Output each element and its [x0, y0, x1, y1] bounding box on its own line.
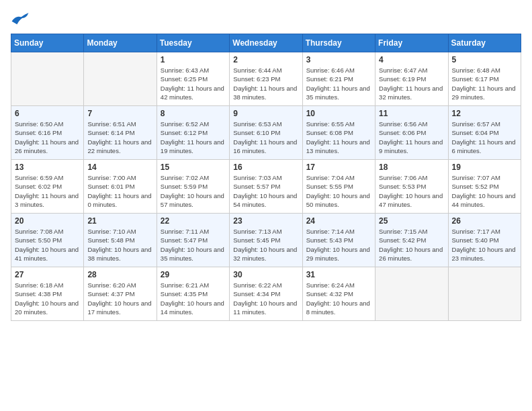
logo-bird-icon — [11, 11, 30, 26]
day-number: 29 — [161, 270, 226, 279]
page-header — [11, 11, 521, 26]
day-number: 24 — [306, 216, 371, 226]
calendar-cell: 7Sunrise: 6:51 AM Sunset: 6:14 PM Daylig… — [84, 106, 157, 160]
col-header-tuesday: Tuesday — [157, 34, 229, 52]
day-info: Sunrise: 7:06 AM Sunset: 5:53 PM Dayligh… — [379, 173, 444, 209]
calendar-cell: 4Sunrise: 6:47 AM Sunset: 6:19 PM Daylig… — [375, 52, 448, 106]
calendar-cell: 27Sunrise: 6:18 AM Sunset: 4:38 PM Dayli… — [11, 267, 84, 321]
day-info: Sunrise: 6:56 AM Sunset: 6:06 PM Dayligh… — [379, 120, 444, 155]
day-info: Sunrise: 6:48 AM Sunset: 6:17 PM Dayligh… — [452, 66, 517, 101]
calendar-cell: 22Sunrise: 7:11 AM Sunset: 5:47 PM Dayli… — [157, 214, 229, 267]
day-number: 8 — [161, 109, 226, 118]
day-info: Sunrise: 7:14 AM Sunset: 5:43 PM Dayligh… — [306, 227, 371, 263]
day-number: 10 — [306, 109, 371, 118]
day-number: 2 — [233, 55, 298, 64]
day-number: 3 — [306, 55, 371, 64]
col-header-saturday: Saturday — [448, 34, 521, 52]
calendar-table: SundayMondayTuesdayWednesdayThursdayFrid… — [11, 34, 521, 321]
calendar-cell: 23Sunrise: 7:13 AM Sunset: 5:45 PM Dayli… — [230, 214, 302, 267]
col-header-monday: Monday — [84, 34, 157, 52]
calendar-cell: 20Sunrise: 7:08 AM Sunset: 5:50 PM Dayli… — [11, 214, 84, 267]
day-number: 25 — [379, 216, 444, 226]
day-info: Sunrise: 7:11 AM Sunset: 5:47 PM Dayligh… — [161, 227, 226, 263]
day-info: Sunrise: 7:04 AM Sunset: 5:55 PM Dayligh… — [306, 173, 371, 209]
calendar-cell — [11, 52, 84, 106]
day-info: Sunrise: 7:02 AM Sunset: 5:59 PM Dayligh… — [161, 173, 226, 209]
calendar-cell: 1Sunrise: 6:43 AM Sunset: 6:25 PM Daylig… — [157, 52, 229, 106]
day-info: Sunrise: 6:47 AM Sunset: 6:19 PM Dayligh… — [379, 66, 444, 101]
day-number: 14 — [87, 163, 152, 172]
calendar-cell: 21Sunrise: 7:10 AM Sunset: 5:48 PM Dayli… — [84, 214, 157, 267]
week-row-5: 27Sunrise: 6:18 AM Sunset: 4:38 PM Dayli… — [11, 267, 521, 321]
calendar-cell: 13Sunrise: 6:59 AM Sunset: 6:02 PM Dayli… — [11, 160, 84, 214]
day-info: Sunrise: 7:17 AM Sunset: 5:40 PM Dayligh… — [452, 227, 517, 263]
calendar-cell: 9Sunrise: 6:53 AM Sunset: 6:10 PM Daylig… — [230, 106, 302, 160]
day-number: 11 — [379, 109, 444, 118]
day-number: 16 — [233, 163, 298, 172]
col-header-sunday: Sunday — [11, 34, 84, 52]
day-info: Sunrise: 7:03 AM Sunset: 5:57 PM Dayligh… — [233, 173, 298, 209]
logo — [11, 11, 32, 26]
calendar-cell: 6Sunrise: 6:50 AM Sunset: 6:16 PM Daylig… — [11, 106, 84, 160]
calendar-cell — [448, 267, 521, 321]
calendar-cell: 18Sunrise: 7:06 AM Sunset: 5:53 PM Dayli… — [375, 160, 448, 214]
day-number: 15 — [161, 163, 226, 172]
day-info: Sunrise: 6:55 AM Sunset: 6:08 PM Dayligh… — [306, 120, 371, 155]
day-number: 19 — [452, 163, 517, 172]
week-row-2: 6Sunrise: 6:50 AM Sunset: 6:16 PM Daylig… — [11, 106, 521, 160]
day-info: Sunrise: 7:15 AM Sunset: 5:42 PM Dayligh… — [379, 227, 444, 263]
day-info: Sunrise: 6:21 AM Sunset: 4:35 PM Dayligh… — [161, 281, 226, 316]
day-info: Sunrise: 6:24 AM Sunset: 4:32 PM Dayligh… — [306, 281, 371, 316]
day-number: 1 — [161, 55, 226, 64]
day-number: 22 — [161, 216, 226, 226]
col-header-thursday: Thursday — [302, 34, 375, 52]
day-number: 21 — [87, 216, 152, 226]
day-number: 7 — [87, 109, 152, 118]
day-info: Sunrise: 6:20 AM Sunset: 4:37 PM Dayligh… — [87, 281, 152, 316]
day-number: 5 — [452, 55, 517, 64]
calendar-cell: 26Sunrise: 7:17 AM Sunset: 5:40 PM Dayli… — [448, 214, 521, 267]
day-info: Sunrise: 6:53 AM Sunset: 6:10 PM Dayligh… — [233, 120, 298, 155]
calendar-cell — [375, 267, 448, 321]
day-info: Sunrise: 6:50 AM Sunset: 6:16 PM Dayligh… — [15, 120, 80, 155]
day-number: 9 — [233, 109, 298, 118]
col-header-friday: Friday — [375, 34, 448, 52]
week-row-3: 13Sunrise: 6:59 AM Sunset: 6:02 PM Dayli… — [11, 160, 521, 214]
day-number: 12 — [452, 109, 517, 118]
day-info: Sunrise: 6:52 AM Sunset: 6:12 PM Dayligh… — [161, 120, 226, 155]
day-number: 27 — [15, 270, 80, 279]
calendar-cell: 17Sunrise: 7:04 AM Sunset: 5:55 PM Dayli… — [302, 160, 375, 214]
day-number: 28 — [87, 270, 152, 279]
calendar-cell: 5Sunrise: 6:48 AM Sunset: 6:17 PM Daylig… — [448, 52, 521, 106]
day-number: 20 — [15, 216, 80, 226]
col-header-wednesday: Wednesday — [230, 34, 302, 52]
day-info: Sunrise: 7:13 AM Sunset: 5:45 PM Dayligh… — [233, 227, 298, 263]
day-info: Sunrise: 6:22 AM Sunset: 4:34 PM Dayligh… — [233, 281, 298, 316]
header-row: SundayMondayTuesdayWednesdayThursdayFrid… — [11, 34, 521, 52]
week-row-4: 20Sunrise: 7:08 AM Sunset: 5:50 PM Dayli… — [11, 214, 521, 267]
calendar-cell: 11Sunrise: 6:56 AM Sunset: 6:06 PM Dayli… — [375, 106, 448, 160]
day-info: Sunrise: 6:59 AM Sunset: 6:02 PM Dayligh… — [15, 173, 80, 209]
calendar-cell: 31Sunrise: 6:24 AM Sunset: 4:32 PM Dayli… — [302, 267, 375, 321]
day-number: 18 — [379, 163, 444, 172]
day-info: Sunrise: 7:07 AM Sunset: 5:52 PM Dayligh… — [452, 173, 517, 209]
calendar-cell: 25Sunrise: 7:15 AM Sunset: 5:42 PM Dayli… — [375, 214, 448, 267]
day-info: Sunrise: 6:57 AM Sunset: 6:04 PM Dayligh… — [452, 120, 517, 155]
day-info: Sunrise: 6:46 AM Sunset: 6:21 PM Dayligh… — [306, 66, 371, 101]
day-info: Sunrise: 6:43 AM Sunset: 6:25 PM Dayligh… — [161, 66, 226, 101]
day-info: Sunrise: 7:10 AM Sunset: 5:48 PM Dayligh… — [87, 227, 152, 263]
calendar-cell: 2Sunrise: 6:44 AM Sunset: 6:23 PM Daylig… — [230, 52, 302, 106]
day-number: 30 — [233, 270, 298, 279]
day-number: 4 — [379, 55, 444, 64]
day-number: 31 — [306, 270, 371, 279]
day-info: Sunrise: 6:44 AM Sunset: 6:23 PM Dayligh… — [233, 66, 298, 101]
calendar-cell: 15Sunrise: 7:02 AM Sunset: 5:59 PM Dayli… — [157, 160, 229, 214]
day-info: Sunrise: 7:00 AM Sunset: 6:01 PM Dayligh… — [87, 173, 152, 209]
day-info: Sunrise: 6:18 AM Sunset: 4:38 PM Dayligh… — [15, 281, 80, 316]
day-info: Sunrise: 7:08 AM Sunset: 5:50 PM Dayligh… — [15, 227, 80, 263]
calendar-cell: 8Sunrise: 6:52 AM Sunset: 6:12 PM Daylig… — [157, 106, 229, 160]
calendar-cell: 3Sunrise: 6:46 AM Sunset: 6:21 PM Daylig… — [302, 52, 375, 106]
calendar-cell: 19Sunrise: 7:07 AM Sunset: 5:52 PM Dayli… — [448, 160, 521, 214]
calendar-cell: 16Sunrise: 7:03 AM Sunset: 5:57 PM Dayli… — [230, 160, 302, 214]
day-number: 26 — [452, 216, 517, 226]
